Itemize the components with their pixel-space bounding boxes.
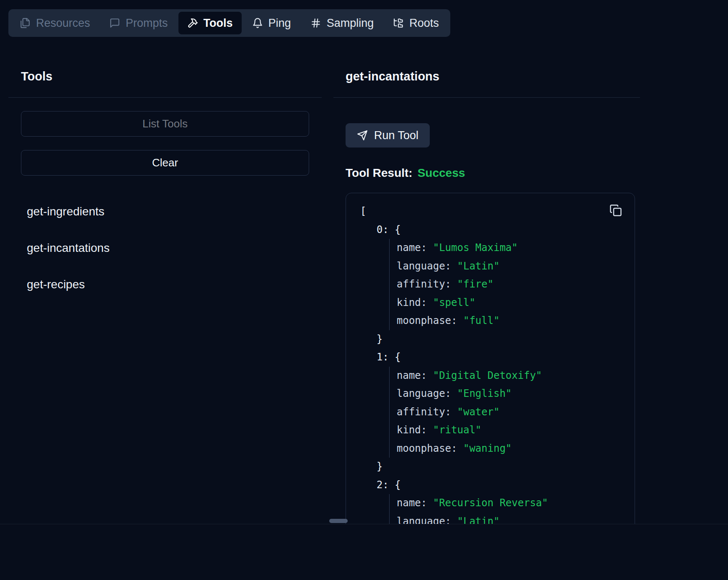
json-string-value: "Latin" [457,260,500,272]
json-line: language: "English" [397,385,620,403]
main-tabs: Resources Prompts Tools Ping [8,9,450,37]
files-icon [20,18,31,28]
selected-tool-title: get-incantations [346,70,640,83]
tab-label: Ping [268,17,291,30]
tab-label: Roots [409,17,439,30]
json-line: kind: "ritual" [397,421,620,440]
json-object-props: name: "Recursion Reversa"language: "Lati… [389,494,620,524]
tab-tools[interactable]: Tools [178,12,242,34]
json-line: 1: { [377,348,620,367]
tab-label: Prompts [126,17,168,30]
json-line: name: "Digital Detoxify" [397,367,620,385]
tab-label: Resources [36,17,90,30]
run-tool-label: Run Tool [374,129,418,142]
json-string-value: "fire" [457,278,494,290]
clear-button[interactable]: Clear [21,150,309,176]
tab-label: Sampling [327,17,374,30]
json-line: 0: { [377,221,620,239]
json-line: kind: "spell" [397,294,620,312]
send-icon [357,130,368,141]
json-string-value: "ritual" [433,424,482,436]
folder-tree-icon [393,18,404,28]
tab-ping[interactable]: Ping [243,12,300,34]
json-string-value: "Lumos Maxima" [433,242,518,254]
json-line: name: "Lumos Maxima" [397,239,620,257]
copy-icon [609,204,622,217]
tool-result-label: Tool Result: [346,166,413,179]
json-array-item: 1: {name: "Digital Detoxify"language: "E… [377,348,620,476]
json-string-value: "Digital Detoxify" [433,370,542,381]
tool-detail-panel: get-incantations Run Tool Tool Result:Su… [333,59,640,524]
bottom-panel-divider [0,524,728,524]
tab-prompts[interactable]: Prompts [101,12,177,34]
json-string-value: "water" [457,406,500,418]
tools-panel: Tools List Tools Clear get-ingredients g… [8,59,322,313]
json-object-props: name: "Digital Detoxify"language: "Engli… [389,367,620,458]
json-line: } [377,458,620,476]
copy-button[interactable] [609,204,622,217]
json-array-item: 2: {name: "Recursion Reversa"language: "… [377,476,620,524]
json-line: affinity: "water" [397,403,620,422]
result-status: Success [418,166,465,179]
json-line: name: "Recursion Reversa" [397,494,620,513]
mcp-inspector-window: Resources Prompts Tools Ping [0,0,728,580]
history-drawer-handle[interactable] [329,519,348,523]
json-string-value: "waning" [463,443,512,454]
json-string-value: "spell" [433,297,475,308]
json-line: moonphase: "full" [397,312,620,330]
json-string-value: "English" [457,388,512,399]
tool-list-item-get-recipes[interactable]: get-recipes [27,277,85,292]
tool-list: get-ingredients get-incantations get-rec… [27,204,322,292]
json-line: language: "Latin" [397,257,620,276]
tab-resources[interactable]: Resources [11,12,99,34]
json-tree: [0: {name: "Lumos Maxima"language: "Lati… [360,202,620,524]
json-line: 2: { [377,476,620,495]
divider [333,97,640,98]
tab-label: Tools [204,17,233,30]
hash-icon [310,18,321,28]
json-array-item: 0: {name: "Lumos Maxima"language: "Latin… [377,221,620,349]
json-line: affinity: "fire" [397,275,620,294]
hammer-icon [187,18,198,28]
json-string-value: "Latin" [457,515,500,524]
json-line: } [377,330,620,349]
tab-sampling[interactable]: Sampling [302,12,383,34]
tool-result-line: Tool Result:Success [346,166,640,180]
json-line: [ [360,202,620,221]
bell-icon [252,18,263,28]
message-square-icon [109,18,120,28]
json-line: language: "Latin" [397,513,620,524]
tools-panel-title: Tools [21,70,322,83]
json-line: moonphase: "waning" [397,440,620,458]
tab-roots[interactable]: Roots [384,12,448,34]
tool-result-json-panel: [0: {name: "Lumos Maxima"language: "Lati… [346,193,635,524]
json-object-props: name: "Lumos Maxima"language: "Latin"aff… [389,239,620,330]
tool-list-item-get-ingredients[interactable]: get-ingredients [27,204,104,219]
json-string-value: "full" [463,315,500,326]
main-content: Resources Prompts Tools Ping [0,0,728,524]
run-tool-button[interactable]: Run Tool [346,123,430,148]
divider [8,97,322,98]
tool-list-item-get-incantations[interactable]: get-incantations [27,241,110,255]
list-tools-button[interactable]: List Tools [21,111,309,137]
json-string-value: "Recursion Reversa" [433,497,548,509]
